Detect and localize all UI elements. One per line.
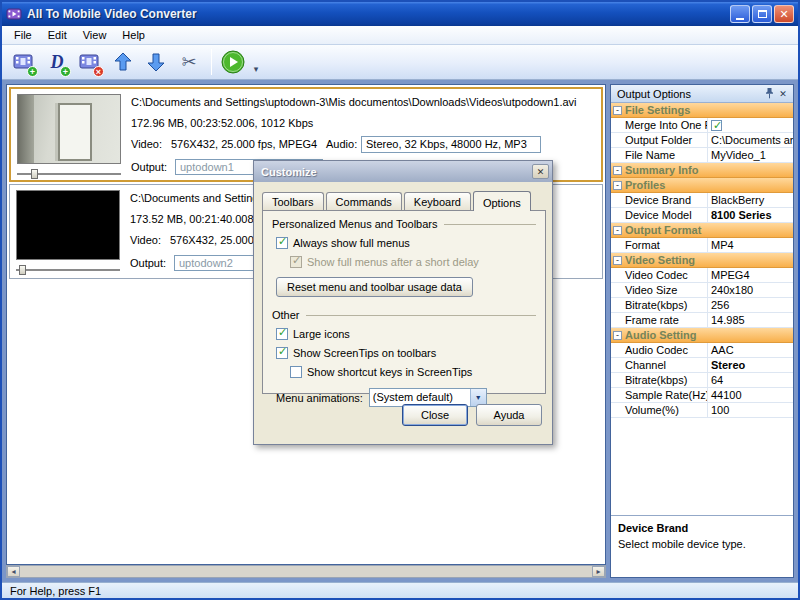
row-output-folder: Output Folder C:\Documents and ... xyxy=(611,133,793,148)
window-title: All To Mobile Video Converter xyxy=(27,7,728,21)
preview-slider[interactable] xyxy=(16,264,120,276)
options-grid: File Settings Merge Into One File Output… xyxy=(611,103,793,418)
split-button[interactable] xyxy=(173,47,205,78)
audio-codec-select[interactable]: AAC xyxy=(708,343,793,357)
format-select[interactable]: MP4 xyxy=(708,238,793,252)
add-video-button[interactable] xyxy=(8,47,40,78)
tab-options[interactable]: Options xyxy=(473,191,531,211)
collapse-icon[interactable] xyxy=(613,226,622,235)
row-large-icons: Large icons xyxy=(276,328,536,340)
menu-file[interactable]: File xyxy=(6,27,40,43)
row-device-model: Device Model 8100 Series xyxy=(611,208,793,223)
close-button[interactable]: Close xyxy=(402,404,468,426)
panel-header: Output Options xyxy=(611,85,793,103)
add-dvd-button[interactable] xyxy=(41,47,73,78)
description-text: Select mobile device type. xyxy=(618,538,786,550)
scissors-icon xyxy=(181,51,196,73)
video-size-select[interactable]: 240x180 xyxy=(708,283,793,297)
menubar: File Edit View Help xyxy=(2,26,798,45)
preview-slider[interactable] xyxy=(17,168,121,180)
collapse-icon[interactable] xyxy=(613,106,622,115)
row-shortcut-keys: Show shortcut keys in ScreenTips xyxy=(290,366,536,378)
row-device-brand: Device Brand BlackBerry xyxy=(611,193,793,208)
reset-usage-button[interactable]: Reset menu and toolbar usage data xyxy=(276,277,473,297)
video-codec-select[interactable]: MPEG4 xyxy=(708,268,793,282)
large-icons-checkbox[interactable] xyxy=(276,328,288,340)
convert-button[interactable] xyxy=(217,47,249,78)
row-video-codec: Video Codec MPEG4 xyxy=(611,268,793,283)
toolbar-options-chevron[interactable] xyxy=(250,47,262,78)
channel-select[interactable]: Stereo xyxy=(708,358,793,372)
maximize-button[interactable] xyxy=(752,5,772,23)
row-merge: Merge Into One File xyxy=(611,118,793,133)
video-format-value: 576X432, 25.000 fps, MPEG4 xyxy=(171,138,317,150)
row-channel: Channel Stereo xyxy=(611,358,793,373)
dialog-close-button[interactable] xyxy=(532,164,549,179)
device-model-select[interactable]: 8100 Series xyxy=(708,208,793,222)
move-down-button[interactable] xyxy=(140,47,172,78)
plus-badge-icon xyxy=(60,66,71,77)
menu-edit[interactable]: Edit xyxy=(40,27,75,43)
section-summary-info[interactable]: Summary Info xyxy=(611,163,793,178)
move-up-button[interactable] xyxy=(107,47,139,78)
section-profiles[interactable]: Profiles xyxy=(611,178,793,193)
section-output-format[interactable]: Output Format xyxy=(611,223,793,238)
scroll-left-icon[interactable] xyxy=(7,566,20,577)
volume-input[interactable]: 100 xyxy=(708,403,793,417)
tab-commands[interactable]: Commands xyxy=(326,192,402,210)
panel-close-button[interactable] xyxy=(776,87,790,101)
tab-keyboard[interactable]: Keyboard xyxy=(404,192,471,210)
shortcut-keys-checkbox[interactable] xyxy=(290,366,302,378)
section-video-setting[interactable]: Video Setting xyxy=(611,253,793,268)
status-text: For Help, press F1 xyxy=(10,585,101,597)
device-brand-select[interactable]: BlackBerry xyxy=(708,193,793,207)
video-thumbnail xyxy=(17,94,121,164)
screentips-checkbox[interactable] xyxy=(276,347,288,359)
maximize-icon xyxy=(758,10,767,18)
dialog-titlebar[interactable]: Customize xyxy=(254,161,552,182)
collapse-icon[interactable] xyxy=(613,256,622,265)
pin-icon[interactable] xyxy=(762,87,776,101)
video-label: Video: xyxy=(130,234,161,246)
titlebar[interactable]: All To Mobile Video Converter xyxy=(2,2,798,26)
sample-rate-select[interactable]: 44100 xyxy=(708,388,793,402)
menu-view[interactable]: View xyxy=(75,27,115,43)
video-bitrate-select[interactable]: 256 xyxy=(708,298,793,312)
horizontal-scrollbar[interactable] xyxy=(6,565,606,578)
minimize-icon xyxy=(736,18,744,20)
toolbar-separator xyxy=(211,49,212,75)
tab-toolbars[interactable]: Toolbars xyxy=(262,192,324,210)
dialog-title: Customize xyxy=(261,166,532,178)
remove-file-button[interactable] xyxy=(74,47,106,78)
scroll-right-icon[interactable] xyxy=(592,566,605,577)
always-show-full-menus-checkbox[interactable] xyxy=(276,237,288,249)
thumbnail-door xyxy=(58,103,92,161)
group-personalized: Personalized Menus and Toolbars xyxy=(272,218,536,230)
delete-badge-icon xyxy=(93,66,104,77)
collapse-icon[interactable] xyxy=(613,166,622,175)
section-file-settings[interactable]: File Settings xyxy=(611,103,793,118)
row-video-bitrate: Bitrate(kbps) 256 xyxy=(611,298,793,313)
status-bar: For Help, press F1 xyxy=(2,582,798,598)
minimize-button[interactable] xyxy=(730,5,750,23)
thumbnail-wall xyxy=(18,95,34,163)
slider-thumb[interactable] xyxy=(31,169,38,179)
output-folder-value[interactable]: C:\Documents and ... xyxy=(708,133,793,147)
row-frame-rate: Frame rate 14.985 xyxy=(611,313,793,328)
close-window-button[interactable] xyxy=(774,5,794,23)
customize-dialog: Customize Toolbars Commands Keyboard Opt… xyxy=(253,160,553,445)
file-name-input[interactable]: MyVideo_1 xyxy=(708,148,793,162)
description-title: Device Brand xyxy=(618,522,786,534)
slider-thumb[interactable] xyxy=(19,265,26,275)
audio-bitrate-select[interactable]: 64 xyxy=(708,373,793,387)
audio-format-select[interactable]: Stereo, 32 Kbps, 48000 Hz, MP3 xyxy=(361,136,541,153)
section-audio-setting[interactable]: Audio Setting xyxy=(611,328,793,343)
plus-badge-icon xyxy=(27,66,38,77)
menu-help[interactable]: Help xyxy=(114,27,153,43)
help-button[interactable]: Ayuda xyxy=(476,404,542,426)
row-audio-codec: Audio Codec AAC xyxy=(611,343,793,358)
collapse-icon[interactable] xyxy=(613,331,622,340)
frame-rate-select[interactable]: 14.985 xyxy=(708,313,793,327)
collapse-icon[interactable] xyxy=(613,181,622,190)
merge-checkbox[interactable] xyxy=(711,120,722,131)
